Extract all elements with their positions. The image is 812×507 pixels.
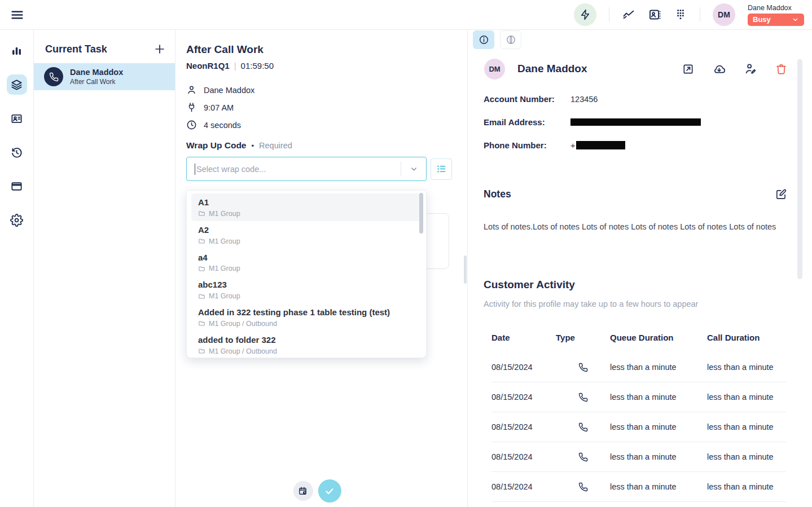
activity-table-row: 08/15/2024 less than a minute less than … xyxy=(491,412,786,442)
wrap-up-code-label: Wrap Up Code xyxy=(186,140,247,151)
browse-wrap-codes-button[interactable] xyxy=(431,158,452,180)
lightning-icon[interactable] xyxy=(574,3,596,26)
contacts-icon[interactable] xyxy=(648,8,661,21)
add-task-button[interactable] xyxy=(153,43,166,55)
column-header: Queue Duration xyxy=(610,333,707,342)
nav-dashboard-icon[interactable] xyxy=(7,41,27,61)
tab-insights[interactable] xyxy=(500,30,521,49)
contact-panel-tabs xyxy=(473,30,521,49)
wrap-code-dropdown: A1 M1 Group A2 M1 Group a4 M1 Group abc1… xyxy=(186,190,427,358)
cell-queue-duration: less than a minute xyxy=(610,452,707,461)
chevron-down-icon[interactable] xyxy=(401,165,426,173)
option-group: M1 Group xyxy=(209,237,240,245)
dropdown-scrollbar[interactable] xyxy=(419,193,423,233)
required-label: Required xyxy=(259,141,292,150)
contact-name: Dane Maddox xyxy=(517,63,587,75)
nav-workspace-icon[interactable] xyxy=(7,74,27,95)
edit-icon[interactable] xyxy=(775,188,787,200)
acw-timer: 01:59:50 xyxy=(241,61,274,70)
cell-call-duration: less than a minute xyxy=(707,363,786,372)
cell-queue-duration: less than a minute xyxy=(610,363,707,372)
menu-icon[interactable] xyxy=(10,8,24,22)
task-subtitle: After Call Work xyxy=(70,78,123,86)
top-bar: DM Dane Maddox Busy xyxy=(0,0,812,30)
nav-contacts-icon[interactable] xyxy=(7,108,27,129)
contact-panel: DM Dane Maddox Account Number: xyxy=(468,30,812,507)
tab-info[interactable] xyxy=(473,30,494,49)
wrap-up-select-row: Select wrap code... xyxy=(186,157,456,181)
option-group: M1 Group / Outbound xyxy=(209,320,277,328)
topbar-actions: DM Dane Maddox Busy xyxy=(574,3,812,26)
external-link-icon[interactable] xyxy=(682,63,694,75)
option-label: a4 xyxy=(198,253,415,263)
wrap-code-option[interactable]: A2 M1 Group xyxy=(191,221,422,249)
phone-icon xyxy=(44,67,63,86)
person-edit-icon[interactable] xyxy=(744,63,757,75)
activity-table-header: Date Type Queue Duration Call Duration xyxy=(491,331,786,343)
meta-contact-row: Dane Maddox xyxy=(186,81,456,99)
chart-icon[interactable] xyxy=(622,8,635,21)
redacted-phone-value xyxy=(576,141,625,149)
acw-scrollbar[interactable] xyxy=(464,255,467,284)
redacted-email-value xyxy=(570,118,701,126)
wrap-up-code-label-row: Wrap Up Code • Required xyxy=(186,140,456,151)
column-header: Date xyxy=(491,333,556,342)
meta-contact-name: Dane Maddox xyxy=(204,86,254,95)
status-dropdown[interactable]: Busy xyxy=(748,14,804,26)
wrap-code-option[interactable]: added to folder 322 M1 Group / Outbound xyxy=(191,331,422,359)
cell-call-duration: less than a minute xyxy=(707,452,786,461)
option-label: Added in 322 testing phase 1 table testi… xyxy=(198,307,415,318)
acw-subtitle: NeonR1Q1 | 01:59:50 xyxy=(186,61,456,70)
acw-meta: Dane Maddox 9:07 AM 4 seconds xyxy=(186,81,456,134)
folder-icon xyxy=(198,210,205,217)
wrap-code-option[interactable]: abc123 M1 Group xyxy=(191,276,422,303)
notes-title: Notes xyxy=(484,188,511,200)
field-phone-number: Phone Number: + xyxy=(484,134,789,157)
folder-icon xyxy=(198,237,205,245)
option-group: M1 Group / Outbound xyxy=(209,347,277,355)
complete-task-button[interactable] xyxy=(318,479,341,502)
folder-icon xyxy=(198,347,205,355)
contact-panel-scrollbar[interactable] xyxy=(797,59,802,279)
cell-call-duration: less than a minute xyxy=(707,393,786,402)
column-header: Call Duration xyxy=(707,333,786,342)
required-bullet: • xyxy=(252,142,254,150)
nav-window-icon[interactable] xyxy=(7,176,27,196)
activity-table-row: 08/15/2024 less than a minute less than … xyxy=(491,442,786,472)
trash-icon[interactable] xyxy=(775,63,787,75)
option-group: M1 Group xyxy=(209,264,240,272)
wrap-code-option[interactable]: A1 M1 Group xyxy=(191,193,422,221)
topbar-divider xyxy=(700,7,700,22)
nav-history-icon[interactable] xyxy=(7,142,27,162)
cell-date: 08/15/2024 xyxy=(491,452,556,461)
wrap-code-option[interactable]: a4 M1 Group xyxy=(191,249,422,276)
schedule-button[interactable] xyxy=(293,481,313,501)
cell-call-duration: less than a minute xyxy=(707,422,786,431)
acw-title: After Call Work xyxy=(186,43,456,56)
phone-icon xyxy=(556,393,610,402)
phone-icon xyxy=(556,482,610,492)
user-avatar[interactable]: DM xyxy=(713,3,735,26)
field-email-address: Email Address: xyxy=(484,111,789,134)
cloud-download-icon[interactable] xyxy=(713,63,726,76)
split-circle-icon xyxy=(506,34,516,45)
dialpad-icon[interactable] xyxy=(674,8,687,21)
contact-actions xyxy=(682,63,787,76)
current-task-panel: Current Task Dane Maddox After Call Work xyxy=(34,30,175,507)
subtitle-separator: | xyxy=(234,61,236,70)
customer-activity-title: Customer Activity xyxy=(484,279,575,291)
calendar-clock-icon xyxy=(298,486,308,496)
clock-icon xyxy=(186,120,197,130)
user-name: Dane Maddox xyxy=(748,4,804,12)
contact-avatar: DM xyxy=(484,59,505,80)
gear-icon[interactable] xyxy=(7,210,27,230)
wrap-up-select[interactable]: Select wrap code... xyxy=(186,157,427,181)
check-icon xyxy=(324,486,335,497)
wrap-code-option[interactable]: Added in 322 testing phase 1 table testi… xyxy=(191,303,422,331)
field-value: 123456 xyxy=(570,95,598,104)
meta-time: 9:07 AM xyxy=(204,103,234,112)
task-list-item[interactable]: Dane Maddox After Call Work xyxy=(34,63,175,90)
field-label: Email Address: xyxy=(484,117,570,127)
status-label: Busy xyxy=(753,15,771,24)
option-label: A2 xyxy=(198,225,415,236)
